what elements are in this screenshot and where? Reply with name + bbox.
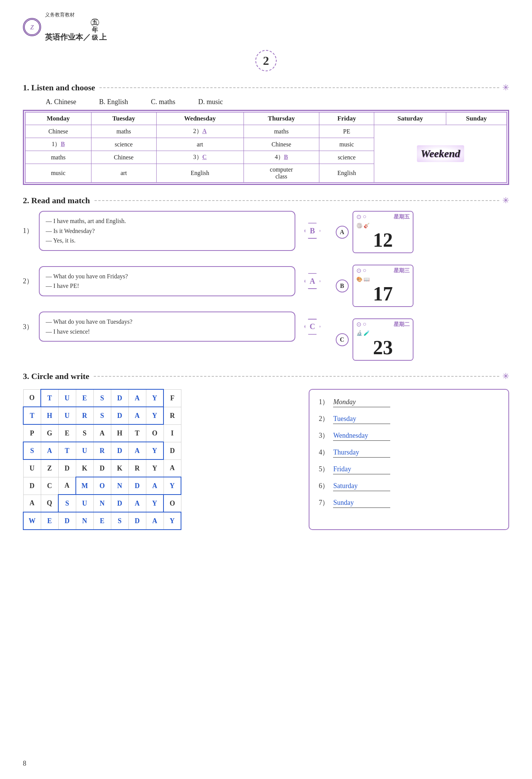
cell: music xyxy=(319,138,374,151)
header-subtitle: 义务教育教材 xyxy=(45,11,107,18)
answer-blank: A xyxy=(202,128,207,134)
ws-cell: A xyxy=(93,424,111,442)
ws-cell: U xyxy=(58,389,76,407)
ws-cell: D xyxy=(128,477,146,495)
cell: science xyxy=(91,138,156,151)
write-answer-val-1: Monday xyxy=(333,398,390,407)
dialog-item-1: 1） — I have maths, art and English. — Is… xyxy=(23,211,320,251)
cal-card-top-a: ⊙○ 星期五 xyxy=(353,212,413,221)
cell: English xyxy=(319,164,374,183)
dialog-box-3: — What do you have on Tuesdays? — I have… xyxy=(39,312,295,342)
header-title: 英语作业本／五年级上 xyxy=(45,18,107,42)
ws-cell: I xyxy=(163,424,181,442)
write-answer-val-6: Saturday xyxy=(333,482,390,491)
cal-card-mid-a: 🏐 🎸 xyxy=(353,221,413,230)
cal-icons-mid-a: 🏐 🎸 xyxy=(356,223,370,229)
cal-icons-mid-b: 🎨 📖 xyxy=(356,276,370,283)
write-answer-val-4: Thursday xyxy=(333,448,390,458)
ws-row-7: W E D N E S D A Y xyxy=(23,512,181,530)
th-saturday: Saturday xyxy=(374,112,446,125)
cell: 2）A xyxy=(156,125,244,138)
ws-cell: U xyxy=(76,442,93,459)
write-answer-row-5: 5） Friday xyxy=(319,464,499,474)
card-wrapper-a: A ⊙○ 星期五 🏐 🎸 12 xyxy=(336,211,413,253)
dialog-number-2: 2） xyxy=(23,276,34,286)
ws-cell: M xyxy=(76,477,93,495)
ws-cell: S xyxy=(23,442,41,459)
ws-row-5: D C A M O N D A Y xyxy=(23,477,181,495)
ws-cell: S xyxy=(93,407,111,424)
ws-cell: D xyxy=(128,512,146,530)
ws-cell: T xyxy=(23,407,41,424)
ws-cell: E xyxy=(93,512,111,530)
write-answer-num-5: 5） xyxy=(319,464,330,474)
page-number-circle: 2 xyxy=(255,50,277,71)
choice-b: B. English xyxy=(99,98,128,106)
ws-cell: A xyxy=(128,442,146,459)
choice-c: C. maths xyxy=(151,98,175,106)
cell: maths xyxy=(91,125,156,138)
section3-dots xyxy=(94,376,499,377)
cal-day-num-a: 12 xyxy=(353,230,413,252)
th-sunday: Sunday xyxy=(446,112,507,125)
dialog-box-2: — What do you have on Fridays? — I have … xyxy=(39,266,295,296)
ws-cell: Y xyxy=(163,512,181,530)
logo-area: Z 义务教育教材 英语作业本／五年级上 xyxy=(23,11,107,42)
cell: computerclass xyxy=(244,164,319,183)
cell: English xyxy=(156,164,244,183)
dialog-answer-1: B xyxy=(304,223,320,239)
table-row: Chinese maths 2）A maths PE xyxy=(26,125,507,138)
dialog-line: — Is it Wednesday? xyxy=(46,226,288,236)
ws-cell: Y xyxy=(146,442,163,459)
ws-cell: T xyxy=(128,424,146,442)
write-answer-row-7: 7） Sunday xyxy=(319,498,499,508)
ws-cell: W xyxy=(23,512,41,530)
write-answer-row-2: 2） Tuesday xyxy=(319,414,499,424)
ws-cell: D xyxy=(58,512,76,530)
ws-row-4: U Z D K D K R Y A xyxy=(23,459,181,477)
dialog-line: — What do you have on Fridays? xyxy=(46,271,288,281)
write-answer-num-4: 4） xyxy=(319,448,330,457)
ws-row-2: P G E S A H T O I xyxy=(23,424,181,442)
cell: 4）B xyxy=(244,151,319,164)
cell: art xyxy=(156,138,244,151)
cell: 3）C xyxy=(156,151,244,164)
cal-icons-c: ⊙○ xyxy=(356,321,367,328)
choice-a: A. Chinese xyxy=(46,98,76,106)
dialog-item-2: 2） — What do you have on Fridays? — I ha… xyxy=(23,266,320,296)
weekend-cell: Weekend xyxy=(374,125,507,183)
ws-cell: S xyxy=(58,495,76,512)
cell: Chinese xyxy=(26,125,91,138)
cell: art xyxy=(91,164,156,183)
ws-cell: O xyxy=(163,495,181,512)
cal-card-top-b: ⊙○ 星期三 xyxy=(353,265,413,275)
cal-card-a: ⊙○ 星期五 🏐 🎸 12 xyxy=(353,211,413,253)
write-answer-row-4: 4） Thursday xyxy=(319,448,499,458)
section1-dots xyxy=(99,87,499,88)
timetable-header-row: Monday Tuesday Wednesday Thursday Friday… xyxy=(26,112,507,125)
card-letter-a: A xyxy=(336,226,349,239)
ws-row-0: O T U E S D A Y F xyxy=(23,389,181,407)
ws-cell: P xyxy=(23,424,41,442)
ws-cell: O xyxy=(23,389,41,407)
cal-day-num-b: 17 xyxy=(353,283,413,306)
ws-cell: H xyxy=(111,424,128,442)
card-wrapper-b: B ⊙○ 星期三 🎨 📖 17 xyxy=(336,265,413,307)
write-answer-row-1: 1） Monday xyxy=(319,397,499,407)
write-answer-num-6: 6） xyxy=(319,481,330,490)
ws-cell: D xyxy=(111,442,128,459)
weekend-label: Weekend xyxy=(417,145,464,162)
card-wrapper-c: C ⊙○ 星期二 🔬 🧪 23 xyxy=(336,318,413,361)
cal-card-top-c: ⊙○ 星期二 xyxy=(353,319,413,329)
choice-d: D. music xyxy=(198,98,223,106)
timetable: Monday Tuesday Wednesday Thursday Friday… xyxy=(25,112,507,183)
ws-cell: U xyxy=(76,495,93,512)
ws-row-1: T H U R S D A Y R xyxy=(23,407,181,424)
write-answer-val-3: Wendnesday xyxy=(333,432,390,441)
ws-cell: N xyxy=(76,512,93,530)
section2-star: ✳ xyxy=(502,196,509,206)
svg-text:Z: Z xyxy=(30,24,34,31)
circle-write-container: O T U E S D A Y F T H U xyxy=(23,389,509,530)
ws-cell: S xyxy=(76,424,93,442)
ws-cell: Y xyxy=(163,477,181,495)
